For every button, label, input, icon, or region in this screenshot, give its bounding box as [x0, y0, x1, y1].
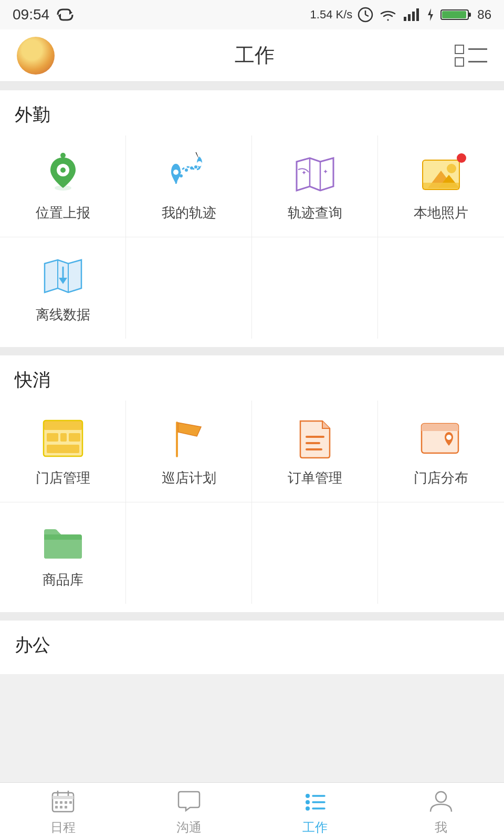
svg-point-62 [306, 800, 310, 804]
svg-point-60 [306, 794, 310, 798]
nav-work-label: 工作 [302, 819, 328, 836]
svg-line-4 [365, 15, 369, 16]
svg-text:✦: ✦ [323, 168, 328, 175]
offline-data-icon-wrap [40, 254, 86, 296]
svg-rect-5 [404, 17, 406, 21]
svg-point-20 [180, 174, 183, 177]
svg-rect-36 [47, 433, 58, 442]
avatar[interactable] [17, 37, 55, 75]
empty-k2 [252, 502, 378, 604]
svg-rect-56 [69, 801, 72, 804]
local-photo-icon-wrap [418, 152, 464, 194]
patrol-plan-icon-wrap [166, 417, 212, 459]
nav-schedule-label: 日程 [50, 819, 76, 836]
my-track-label: 我的轨迹 [162, 204, 216, 222]
empty-k3 [378, 502, 504, 604]
section-kuaixiao: 快消 门店管理 [0, 355, 504, 612]
local-photo-cell[interactable]: 本地照片 [378, 135, 504, 237]
waiqin-row-1: 位置上报 [0, 135, 504, 237]
store-dist-cell[interactable]: 门店分布 [378, 401, 504, 502]
flag-orange-icon [171, 417, 207, 459]
empty-k1 [126, 502, 252, 604]
svg-rect-17 [61, 155, 65, 163]
divider-top [0, 82, 504, 90]
photo-yellow-icon [420, 154, 462, 193]
track-blue-icon [168, 152, 210, 194]
section-waiqin-title: 外勤 [0, 103, 504, 135]
track-query-label: 轨迹查询 [288, 204, 342, 222]
svg-rect-53 [55, 801, 58, 804]
svg-rect-44 [306, 448, 322, 450]
person-icon [427, 788, 455, 815]
svg-point-64 [306, 806, 310, 811]
speed: 1.54 K/s [310, 8, 353, 22]
signal-icon [403, 7, 421, 22]
app-header: 工作 [0, 29, 504, 82]
svg-rect-47 [422, 428, 458, 431]
location-report-label: 位置上报 [36, 204, 90, 222]
svg-rect-58 [60, 806, 62, 808]
svg-rect-54 [60, 801, 62, 804]
product-lib-cell[interactable]: 商品库 [0, 502, 126, 604]
order-orange-icon [296, 417, 334, 460]
product-lib-icon-wrap [40, 519, 86, 561]
chat-icon [175, 788, 203, 815]
bottom-nav: 日程 沟通 工作 [0, 782, 504, 840]
loop-icon [56, 7, 75, 22]
section-waiqin: 外勤 位置上报 [0, 90, 504, 347]
kuaixiao-row-1: 门店管理 巡店计划 [0, 401, 504, 502]
status-left: 09:54 [13, 6, 75, 23]
patrol-plan-label: 巡店计划 [162, 469, 216, 487]
offline-data-cell[interactable]: 离线数据 [0, 237, 126, 339]
page-title: 工作 [235, 42, 275, 69]
my-track-icon-wrap [166, 152, 212, 194]
store-mgmt-cell[interactable]: 门店管理 [0, 401, 126, 502]
work-list-icon [301, 788, 329, 815]
nav-work[interactable]: 工作 [252, 783, 378, 840]
store-dist-icon-wrap [418, 417, 464, 459]
empty-1 [126, 237, 252, 339]
clock-icon [358, 7, 373, 23]
red-dot-photo [457, 153, 466, 163]
my-track-cell[interactable]: 我的轨迹 [126, 135, 252, 237]
section-bangong: 办公 [0, 621, 504, 674]
divider-middle [0, 347, 504, 355]
menu-line-2 [468, 61, 487, 62]
svg-point-15 [60, 167, 66, 173]
track-query-icon-wrap: ✦ ✦ [292, 152, 338, 194]
svg-rect-31 [423, 183, 459, 190]
local-photo-label: 本地照片 [414, 204, 468, 222]
wifi-icon [379, 7, 397, 22]
calendar-icon [49, 788, 77, 815]
order-mgmt-cell[interactable]: 订单管理 [252, 401, 378, 502]
nav-chat[interactable]: 沟通 [126, 783, 252, 840]
battery-level: 86 [477, 7, 491, 22]
menu-line-1 [468, 48, 487, 50]
svg-point-48 [446, 435, 452, 440]
svg-rect-57 [55, 806, 58, 808]
store-dist-label: 门店分布 [414, 469, 468, 487]
svg-rect-35 [44, 421, 82, 430]
section-kuaixiao-title: 快消 [0, 368, 504, 401]
store-yellow-icon [41, 418, 85, 458]
menu-icon[interactable] [455, 45, 487, 67]
svg-point-19 [197, 161, 202, 166]
map-blue-fold-icon [42, 256, 84, 295]
track-query-cell[interactable]: ✦ ✦ 轨迹查询 [252, 135, 378, 237]
divider-bottom [0, 612, 504, 621]
patrol-plan-cell[interactable]: 巡店计划 [126, 401, 252, 502]
nav-chat-label: 沟通 [176, 819, 202, 836]
store-mgmt-icon-wrap [40, 417, 86, 459]
waiqin-row-2: 离线数据 [0, 237, 504, 339]
store-mgmt-label: 门店管理 [36, 469, 90, 487]
svg-rect-55 [65, 801, 67, 804]
location-report-icon-wrap [40, 152, 86, 194]
svg-point-22 [190, 166, 193, 170]
nav-schedule[interactable]: 日程 [0, 783, 126, 840]
location-report-cell[interactable]: 位置上报 [0, 135, 126, 237]
svg-point-18 [173, 170, 178, 175]
svg-rect-38 [69, 433, 80, 442]
bottom-spacer [0, 674, 504, 737]
nav-me[interactable]: 我 [378, 783, 504, 840]
svg-rect-42 [306, 436, 324, 438]
